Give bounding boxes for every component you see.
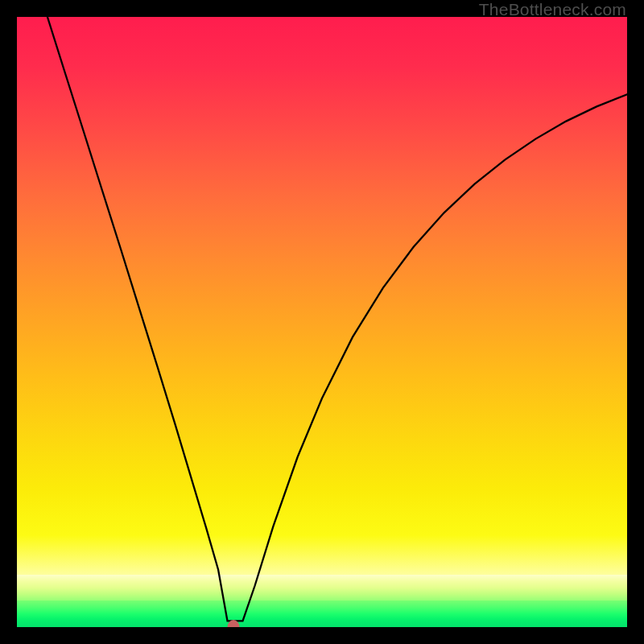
curve-svg xyxy=(17,17,627,627)
watermark-text: TheBottleneck.com xyxy=(479,0,626,19)
bottleneck-curve xyxy=(47,17,627,621)
chart-container: TheBottleneck.com xyxy=(0,0,644,644)
plot-area xyxy=(17,17,627,627)
